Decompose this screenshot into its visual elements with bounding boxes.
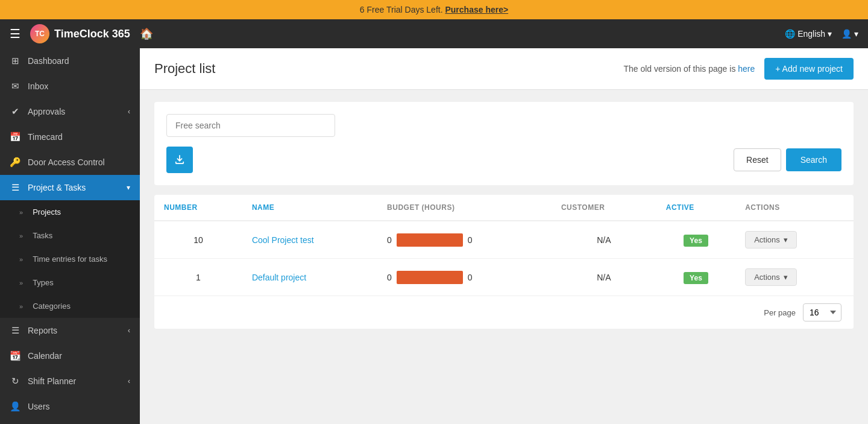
sidebar-item-timecard[interactable]: 📅 Timecard [0, 124, 140, 150]
sidebar-label-types: Types [33, 278, 54, 287]
logo: TC TimeClock 365 [30, 24, 130, 43]
main-content: Project list The old version of this pag… [140, 48, 868, 424]
language-label: English [797, 29, 825, 39]
row2-actions-chevron-icon: ▾ [784, 273, 788, 282]
reset-button[interactable]: Reset [734, 148, 781, 171]
col-active: ACTIVE [656, 195, 735, 221]
row1-budget: 0 0 [377, 221, 552, 259]
row1-budget-right: 0 [468, 235, 473, 245]
project-tasks-arrow-icon: ▾ [127, 183, 130, 192]
trial-banner: 6 Free Trial Days Left. Purchase here> [0, 0, 868, 19]
sidebar-label-project-tasks: Project & Tasks [28, 183, 86, 192]
table-body: 10 Cool Project test 0 0 N/A [154, 221, 854, 296]
table-row: 1 Default project 0 0 N/A [154, 259, 854, 296]
shift-planner-icon: ↻ [10, 376, 20, 387]
search-input[interactable] [166, 114, 335, 137]
calendar-icon: 📆 [10, 350, 20, 361]
language-selector[interactable]: 🌐 English ▾ [785, 29, 832, 39]
home-icon[interactable]: 🏠 [140, 27, 153, 40]
add-project-button[interactable]: + Add new project [764, 58, 854, 80]
row2-budget-left: 0 [387, 273, 392, 282]
sidebar-item-calendar[interactable]: 📆 Calendar [0, 343, 140, 369]
col-actions: ACTIONS [735, 195, 854, 221]
approvals-arrow-icon: ‹ [128, 107, 130, 116]
shift-planner-arrow-icon: ‹ [128, 377, 130, 385]
sidebar-label-shift-planner: Shift Planner [28, 376, 76, 386]
sidebar-item-approvals[interactable]: ✔ Approvals ‹ [0, 99, 140, 124]
layout: ⊞ Dashboard ✉ Inbox ✔ Approvals ‹ 📅 Time… [0, 48, 868, 424]
sidebar-label-dashboard: Dashboard [28, 56, 69, 66]
row1-active-badge: Yes [684, 235, 708, 247]
project-tasks-icon: ☰ [10, 182, 20, 193]
sidebar-label-categories: Categories [33, 302, 71, 311]
logo-icon: TC [30, 24, 49, 43]
purchase-link[interactable]: Purchase here> [445, 5, 508, 14]
sidebar-label-users: Users [28, 402, 50, 411]
search-button[interactable]: Search [786, 148, 841, 171]
row2-name: Default project [242, 259, 377, 296]
header-right: 🌐 English ▾ 👤 ▾ [785, 29, 858, 39]
sidebar-item-users[interactable]: 👤 Users [0, 394, 140, 419]
sidebar-label-approvals: Approvals [28, 107, 65, 116]
sidebar-item-shift-planner[interactable]: ↻ Shift Planner ‹ [0, 369, 140, 394]
row2-budget-right: 0 [468, 273, 473, 282]
hamburger-icon[interactable]: ☰ [10, 27, 20, 41]
row1-actions-chevron-icon: ▾ [784, 235, 788, 244]
sidebar-item-groups[interactable]: 👥 Groups [0, 419, 140, 424]
sidebar-item-projects[interactable]: Projects [0, 200, 140, 224]
per-page-label: Per page [764, 308, 796, 317]
old-version-link[interactable]: here [738, 64, 755, 74]
user-menu[interactable]: 👤 ▾ [841, 29, 858, 39]
table-header: NUMBER NAME BUDGET (HOURS) CUSTOMER ACTI… [154, 195, 854, 221]
sidebar-label-inbox: Inbox [28, 81, 48, 91]
download-icon [175, 154, 184, 165]
sidebar-item-project-tasks[interactable]: ☰ Project & Tasks ▾ [0, 175, 140, 200]
sidebar-label-projects: Projects [33, 207, 61, 217]
sidebar-item-dashboard[interactable]: ⊞ Dashboard [0, 48, 140, 74]
table-footer: Per page 16 25 50 100 [154, 296, 854, 329]
sidebar-label-tasks: Tasks [33, 231, 52, 240]
download-button[interactable] [166, 147, 193, 173]
filter-right-buttons: Reset Search [734, 148, 841, 171]
row2-budget-bar-container: 0 0 [387, 271, 542, 284]
content-area: Reset Search NUMBER NAME BUDGET (HOURS) … [140, 90, 868, 424]
inbox-icon: ✉ [10, 81, 20, 92]
table-row: 10 Cool Project test 0 0 N/A [154, 221, 854, 259]
row2-actions-button[interactable]: Actions ▾ [745, 268, 797, 286]
row1-actions-label: Actions [754, 235, 780, 244]
row1-actions-button[interactable]: Actions ▾ [745, 231, 797, 248]
row2-actions-label: Actions [754, 273, 780, 282]
sidebar-item-inbox[interactable]: ✉ Inbox [0, 74, 140, 99]
dashboard-icon: ⊞ [10, 55, 20, 66]
timecard-icon: 📅 [10, 131, 20, 142]
row2-project-link[interactable]: Default project [252, 273, 306, 282]
banner-text: 6 Free Trial Days Left. [360, 5, 445, 14]
table-card: NUMBER NAME BUDGET (HOURS) CUSTOMER ACTI… [154, 195, 854, 329]
row1-name: Cool Project test [242, 221, 377, 259]
user-icon: 👤 ▾ [841, 29, 858, 39]
sidebar-item-tasks[interactable]: Tasks [0, 224, 140, 247]
door-icon: 🔑 [10, 157, 20, 168]
row1-budget-bar [397, 233, 463, 247]
per-page-select[interactable]: 16 25 50 100 [803, 303, 841, 321]
row2-number: 1 [154, 259, 242, 296]
row1-budget-left: 0 [387, 235, 392, 245]
sidebar-item-door-access[interactable]: 🔑 Door Access Control [0, 150, 140, 175]
sidebar-item-reports[interactable]: ☰ Reports ‹ [0, 318, 140, 343]
sidebar-item-categories[interactable]: Categories [0, 294, 140, 318]
sidebar-item-types[interactable]: Types [0, 271, 140, 294]
page-title: Project list [154, 61, 215, 77]
page-header-right: The old version of this page is here + A… [623, 58, 854, 80]
filter-row [166, 114, 841, 137]
sidebar-item-time-entries-tasks[interactable]: Time entries for tasks [0, 247, 140, 271]
sidebar-label-reports: Reports [28, 326, 57, 335]
row2-actions: Actions ▾ [735, 259, 854, 296]
col-budget: BUDGET (HOURS) [377, 195, 552, 221]
col-customer: CUSTOMER [552, 195, 656, 221]
row1-actions: Actions ▾ [735, 221, 854, 259]
row1-project-link[interactable]: Cool Project test [252, 235, 314, 245]
reports-arrow-icon: ‹ [128, 326, 130, 335]
row2-budget-bar [397, 271, 463, 284]
header-left: ☰ TC TimeClock 365 🏠 [10, 24, 153, 43]
logo-text: TimeClock 365 [54, 28, 130, 40]
